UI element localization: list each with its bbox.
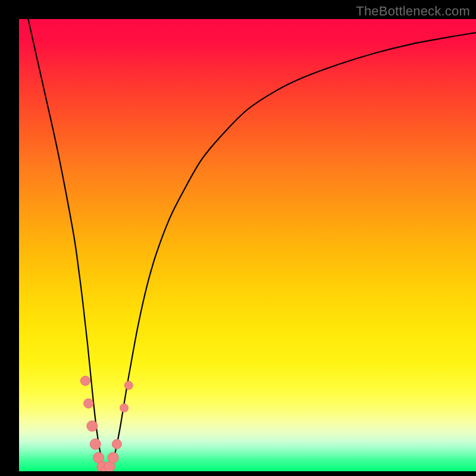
bottleneck-curve <box>28 19 476 471</box>
curve-marker <box>112 439 121 449</box>
plot-area <box>19 19 476 471</box>
watermark-text: TheBottleneck.com <box>356 4 470 19</box>
curve-marker <box>108 452 118 463</box>
curve-marker <box>120 404 129 412</box>
curve-marker <box>90 439 101 449</box>
curve-marker <box>84 399 93 408</box>
chart-frame: TheBottleneck.com <box>0 0 476 476</box>
curve-marker <box>124 381 133 390</box>
chart-svg <box>19 19 476 471</box>
curve-marker <box>80 376 90 386</box>
curve-marker <box>87 421 98 431</box>
curve-markers <box>80 376 133 471</box>
